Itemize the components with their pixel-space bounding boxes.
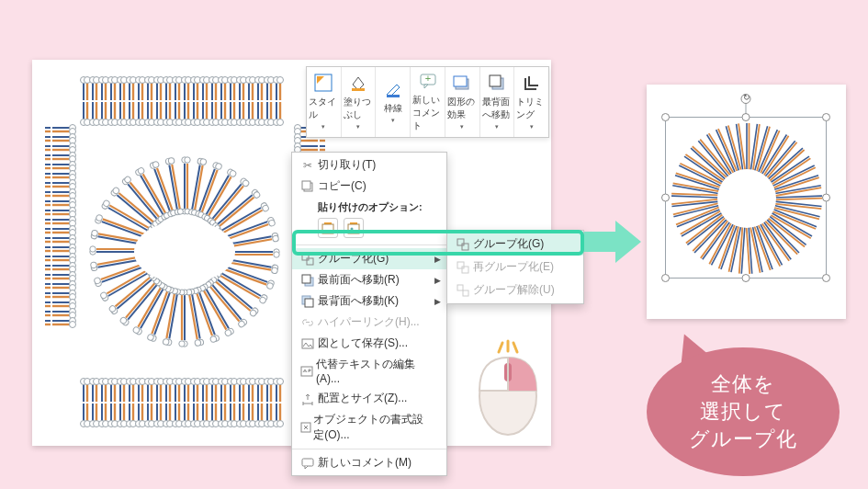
menu-hyperlink: ハイパーリンク(H)...: [292, 312, 446, 333]
menu-size-position[interactable]: 配置とサイズ(Z)...: [292, 388, 446, 409]
svg-rect-30: [302, 275, 310, 283]
menu-alt-text[interactable]: 代替テキストの編集(A)...: [292, 354, 446, 388]
rotation-handle[interactable]: [741, 94, 751, 104]
svg-rect-32: [305, 299, 313, 307]
menu-bring-front[interactable]: 最前面へ移動(R) ▶: [292, 269, 446, 290]
svg-rect-27: [302, 254, 309, 260]
ribbon-label: スタイル: [309, 96, 339, 121]
ribbon-label: 最背面へ移動: [482, 96, 513, 121]
menu-label: 配置とサイズ(Z)...: [318, 391, 407, 406]
right-result-panel: [647, 85, 846, 319]
menu-label: 図として保存(S)...: [318, 335, 408, 351]
callout-bubble: 全体を 選択して グループ化: [625, 322, 854, 487]
ribbon-label: 図形の効果: [447, 96, 478, 121]
menu-label: 再グループ化(E): [473, 259, 554, 275]
svg-point-26: [351, 228, 354, 231]
context-menu: ✂ 切り取り(T) コピー(C) 貼り付けのオプション: グループ化(G) ▶ …: [291, 152, 447, 476]
menu-label: グループ化(G): [318, 251, 389, 267]
svg-rect-40: [462, 267, 468, 273]
ribbon-new-comment[interactable]: + 新しいコメント: [411, 67, 445, 137]
menu-format-object[interactable]: オブジェクトの書式設定(O)...: [292, 409, 446, 446]
chevron-right-icon: ▶: [434, 276, 441, 285]
submenu-ungroup: グループ解除(U): [447, 279, 583, 301]
chevron-right-icon: ▶: [434, 297, 441, 306]
ribbon-trimming[interactable]: トリミング ▾: [514, 67, 548, 137]
paste-option-source[interactable]: [318, 218, 338, 238]
svg-rect-23: [322, 224, 333, 233]
svg-rect-13: [387, 95, 400, 97]
svg-text:+: +: [424, 73, 430, 84]
svg-rect-28: [307, 258, 313, 265]
svg-rect-41: [457, 285, 463, 290]
ribbon-label: トリミング: [516, 96, 547, 121]
svg-rect-39: [457, 262, 464, 268]
callout-text: 全体を 選択して グループ化: [689, 370, 797, 452]
regroup-icon: [453, 261, 473, 274]
svg-rect-38: [462, 244, 468, 250]
ribbon-fill[interactable]: 塗りつぶし ▾: [342, 67, 377, 137]
chevron-right-icon: ▶: [434, 255, 441, 264]
radial-burst-illustration: [666, 118, 828, 279]
arrow-right-icon: [581, 217, 645, 267]
menu-label: 新しいコメント(M): [318, 455, 411, 471]
group-icon: [453, 238, 473, 251]
svg-rect-34: [301, 367, 312, 376]
ribbon-label: 新しいコメント: [412, 94, 443, 132]
menu-label: 最前面へ移動(R): [318, 272, 400, 288]
svg-rect-19: [490, 75, 501, 86]
format-icon: [298, 421, 313, 434]
menu-label: ハイパーリンク(H)...: [318, 314, 420, 330]
menu-new-comment[interactable]: 新しいコメント(M): [292, 452, 446, 473]
ribbon-send-back[interactable]: 最背面へ移動 ▾: [480, 67, 515, 137]
comment-icon: [298, 457, 318, 470]
paste-options-row: [292, 216, 446, 242]
ribbon-label: 枠線: [384, 102, 402, 115]
ribbon-style[interactable]: スタイル ▾: [307, 67, 342, 137]
menu-send-back[interactable]: 最背面へ移動(K) ▶: [292, 290, 446, 312]
svg-rect-42: [463, 290, 468, 296]
bring-front-icon: [298, 274, 318, 287]
membrane-illustration: [45, 73, 325, 431]
ungroup-icon: [453, 284, 473, 297]
svg-rect-21: [302, 181, 310, 189]
menu-label: グループ化(G): [473, 236, 544, 252]
link-icon: [298, 316, 318, 329]
submenu-regroup: 再グループ化(E): [447, 256, 583, 279]
svg-rect-36: [302, 459, 313, 466]
menu-label: グループ解除(U): [473, 282, 555, 298]
ribbon-effects[interactable]: 図形の効果 ▾: [445, 67, 480, 137]
menu-cut[interactable]: ✂ 切り取り(T): [292, 154, 446, 176]
menu-label: 代替テキストの編集(A)...: [316, 357, 428, 385]
scissors-icon: ✂: [298, 159, 318, 172]
paste-options-header: 貼り付けのオプション:: [292, 197, 446, 216]
svg-point-10: [134, 221, 235, 283]
send-back-icon: [298, 295, 318, 308]
svg-rect-37: [457, 239, 464, 245]
menu-label: 最背面へ移動(K): [318, 293, 399, 309]
group-submenu: グループ化(G) 再グループ化(E) グループ解除(U): [446, 230, 584, 304]
mouse-illustration: [471, 335, 545, 437]
copy-icon: [298, 180, 318, 193]
ribbon-outline[interactable]: 枠線 ▾: [376, 67, 411, 137]
svg-point-48: [717, 169, 776, 228]
menu-copy[interactable]: コピー(C): [292, 176, 446, 197]
menu-label: コピー(C): [318, 178, 366, 194]
svg-point-9: [185, 157, 190, 163]
selection-box[interactable]: [665, 117, 827, 279]
paste-option-picture[interactable]: [344, 218, 364, 238]
svg-rect-17: [454, 76, 467, 86]
shape-format-ribbon: スタイル ▾ 塗りつぶし ▾ 枠線 ▾ + 新しいコメント 図形の効果 ▾ 最背…: [306, 66, 549, 138]
menu-label: 切り取り(T): [318, 157, 376, 173]
menu-label: オブジェクトの書式設定(O)...: [313, 412, 428, 443]
picture-icon: [298, 337, 318, 350]
menu-save-as-picture[interactable]: 図として保存(S)...: [292, 333, 446, 354]
svg-rect-25: [348, 224, 359, 233]
submenu-group[interactable]: グループ化(G): [447, 233, 583, 256]
size-icon: [298, 392, 318, 405]
ribbon-label: 塗りつぶし: [344, 96, 374, 121]
group-icon: [298, 253, 318, 266]
svg-rect-12: [352, 88, 365, 91]
alt-text-icon: [298, 365, 316, 378]
menu-group[interactable]: グループ化(G) ▶: [292, 248, 446, 269]
